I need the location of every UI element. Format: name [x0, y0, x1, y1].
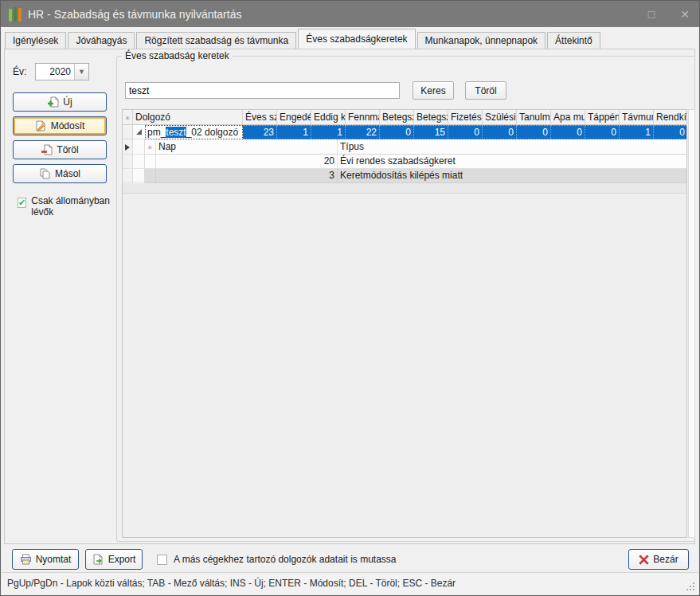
printer-icon — [20, 554, 32, 565]
app-icon — [9, 7, 22, 22]
column-header[interactable]: Apa mur — [551, 110, 585, 125]
delete-button[interactable]: Töröl — [13, 140, 107, 159]
column-header[interactable]: Rendkív — [654, 110, 687, 125]
groupbox-title: Éves szabadság keretek — [122, 50, 233, 61]
detail-tipus-cell[interactable]: Keretmódosítás kilépés miatt — [338, 169, 687, 183]
window-title: HR - Szabadság és távmunka nyilvántartás — [28, 8, 241, 21]
copy-button-label: Másol — [55, 168, 80, 179]
detail-nap-cell[interactable]: 3 — [156, 169, 338, 183]
value-cell[interactable]: 0 — [483, 125, 517, 139]
print-button-label: Nyomtat — [36, 554, 72, 565]
column-header[interactable]: Fennma — [346, 110, 380, 125]
tab-igenylesek[interactable]: Igénylések — [5, 32, 66, 49]
column-header[interactable]: Fizetés n — [448, 110, 483, 125]
only-active-checkbox-row: ✔ Csak állományban lévők — [18, 195, 111, 218]
tab-eves-szabadsagkeretek[interactable]: Éves szabadságkeretek — [298, 29, 415, 49]
print-button[interactable]: Nyomtat — [12, 549, 79, 570]
column-header[interactable]: Eddig kiv — [311, 110, 346, 125]
expanded-triangle-icon — [136, 129, 142, 135]
detail-section-footer — [123, 183, 687, 194]
value-cell[interactable]: 0 — [654, 125, 687, 139]
new-button-label: Új — [63, 96, 72, 108]
detail-tipus-cell[interactable]: Évi rendes szabadságkeret — [338, 155, 687, 169]
column-header[interactable]: Betegsza — [414, 110, 448, 125]
name-prefix: pm_ — [147, 127, 166, 138]
only-active-checkbox-label: Csak állományban lévők — [31, 195, 111, 218]
year-label: Év: — [13, 66, 35, 77]
chevron-down-icon[interactable]: ▼ — [74, 64, 88, 80]
value-cell[interactable]: 0 — [517, 125, 551, 139]
clear-search-button[interactable]: Töröl — [465, 81, 506, 100]
export-icon — [92, 554, 104, 565]
red-x-icon — [639, 555, 649, 565]
delete-page-icon — [41, 144, 53, 155]
close-button[interactable]: Bezár — [628, 549, 689, 570]
column-header[interactable]: Szülési s — [483, 110, 517, 125]
edit-pencil-icon — [35, 120, 47, 131]
year-row: Év: 2020 ▼ — [13, 63, 89, 80]
row-indicator-cell — [123, 125, 133, 139]
employee-name-cell[interactable]: pm_teszt_02 dolgozó — [145, 125, 243, 139]
column-header[interactable]: Tanulmá — [517, 110, 551, 125]
detail-column-nap[interactable]: Nap — [156, 139, 338, 155]
search-input[interactable] — [125, 82, 400, 99]
year-value: 2020 — [36, 66, 74, 77]
tab-rogzitett-szabadsag[interactable]: Rögzített szabadság és távmunka — [136, 32, 296, 49]
detail-row[interactable]: 3 Keretmódosítás kilépés miatt — [145, 169, 687, 183]
other-companies-checkbox-label: A más cégekhez tartozó dolgozók adatait … — [174, 554, 397, 565]
annual-leave-groupbox: Éves szabadság keretek Keres Töröl ✳ Dol… — [116, 56, 695, 542]
detail-nap-cell[interactable]: 20 — [156, 155, 338, 169]
other-companies-checkbox[interactable] — [157, 555, 167, 565]
status-bar: PgUp/PgDn - Lapok közti váltás; TAB - Me… — [2, 572, 698, 594]
export-button[interactable]: Export — [85, 549, 143, 570]
title-bar: HR - Szabadság és távmunka nyilvántartás… — [1, 1, 699, 27]
close-button-label: Bezár — [653, 554, 678, 565]
detail-row[interactable]: 20 Évi rendes szabadságkeret — [145, 155, 687, 169]
value-cell[interactable]: 0 — [585, 125, 620, 139]
only-active-checkbox[interactable]: ✔ — [18, 198, 26, 208]
employee-row-selected[interactable]: pm_teszt_02 dolgozó 23 1 1 22 0 15 0 0 0… — [123, 125, 687, 139]
detail-row-indicator — [145, 155, 156, 169]
column-header[interactable]: Távmunk — [620, 110, 654, 125]
close-icon[interactable]: ✕ — [677, 8, 693, 21]
value-cell[interactable]: 15 — [414, 125, 448, 139]
column-header-dolgozo[interactable]: Dolgozó — [133, 110, 243, 125]
tab-page: Év: 2020 ▼ Új Módosít — [4, 49, 695, 544]
detail-column-tipus[interactable]: Típus — [338, 139, 687, 155]
search-button[interactable]: Keres — [413, 81, 454, 100]
copy-button[interactable]: Másol — [13, 164, 107, 183]
other-companies-checkbox-row: A más cégekhez tartozó dolgozók adatait … — [157, 554, 397, 565]
value-cell[interactable]: 1 — [277, 125, 311, 139]
detail-header-row: ✳ Nap Típus — [145, 139, 687, 155]
indicator-asterisk-icon: ✳ — [147, 144, 153, 151]
year-combobox[interactable]: 2020 ▼ — [35, 63, 89, 80]
modify-button-label: Módosít — [51, 120, 85, 131]
app-window: HR - Szabadság és távmunka nyilvántartás… — [0, 0, 700, 596]
column-header[interactable]: Betegsz — [380, 110, 414, 125]
export-button-label: Export — [108, 554, 136, 565]
value-cell[interactable]: 23 — [243, 125, 277, 139]
maximize-icon[interactable]: □ — [643, 8, 659, 21]
resize-grip[interactable] — [685, 581, 694, 590]
value-cell[interactable]: 22 — [346, 125, 380, 139]
value-cell[interactable]: 0 — [551, 125, 585, 139]
column-header[interactable]: Éves sza — [243, 110, 277, 125]
leave-grid[interactable]: ✳ Dolgozó Éves sza Engedél Eddig kiv Fen… — [122, 109, 687, 538]
grid-vertical-scrollbar[interactable] — [688, 109, 695, 538]
column-header[interactable]: Engedél — [277, 110, 311, 125]
tab-munkanapok[interactable]: Munkanapok, ünnepnapok — [417, 32, 546, 49]
modify-button[interactable]: Módosít — [13, 116, 107, 135]
value-cell[interactable]: 1 — [311, 125, 346, 139]
value-cell[interactable]: 0 — [448, 125, 483, 139]
value-cell[interactable]: 1 — [620, 125, 654, 139]
focused-row-arrow-icon — [125, 144, 130, 151]
new-button[interactable]: Új — [13, 92, 107, 112]
value-cell[interactable]: 0 — [380, 125, 414, 139]
tab-jovahagyas[interactable]: Jóváhagyás — [68, 32, 135, 49]
collapse-detail-button[interactable] — [133, 125, 145, 139]
indicator-asterisk-icon: ✳ — [125, 115, 131, 122]
column-header[interactable]: Táppénz — [585, 110, 620, 125]
name-search-highlight: teszt — [166, 127, 186, 138]
tab-attekinto[interactable]: Áttekintő — [547, 32, 600, 49]
delete-button-label: Töröl — [57, 144, 78, 155]
